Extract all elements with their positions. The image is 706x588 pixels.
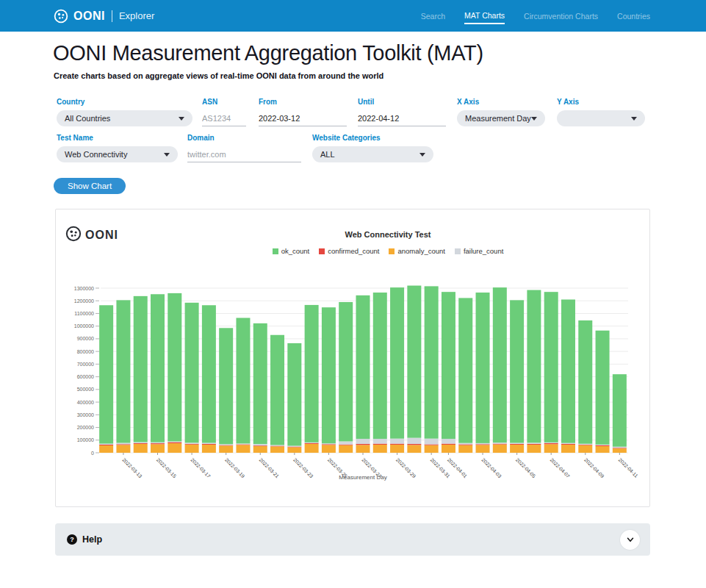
segment-ok_count[interactable] <box>373 293 387 439</box>
segment-anomaly_count[interactable] <box>253 446 267 453</box>
segment-confirmed_count[interactable] <box>151 443 165 444</box>
segment-anomaly_count[interactable] <box>373 445 387 453</box>
bar-2022-03-26[interactable] <box>339 302 353 453</box>
segment-confirmed_count[interactable] <box>134 443 148 444</box>
segment-anomaly_count[interactable] <box>578 445 592 453</box>
bar-2022-03-14[interactable] <box>134 296 148 453</box>
bar-2022-03-15[interactable] <box>151 294 165 453</box>
segment-confirmed_count[interactable] <box>253 445 267 446</box>
bar-2022-03-22[interactable] <box>270 335 284 453</box>
bar-2022-03-12[interactable] <box>99 305 113 453</box>
segment-anomaly_count[interactable] <box>613 448 627 453</box>
segment-failure_count[interactable] <box>185 442 199 443</box>
segment-confirmed_count[interactable] <box>270 446 284 447</box>
segment-failure_count[interactable] <box>544 442 558 443</box>
nav-mat-charts[interactable]: MAT Charts <box>464 7 505 24</box>
bar-2022-03-21[interactable] <box>253 323 267 453</box>
bar-2022-03-30[interactable] <box>407 286 421 453</box>
segment-failure_count[interactable] <box>390 439 404 444</box>
country-select[interactable]: All Countries <box>57 110 192 126</box>
segment-anomaly_count[interactable] <box>407 445 421 453</box>
segment-anomaly_count[interactable] <box>458 445 472 453</box>
from-date-input[interactable] <box>259 110 347 126</box>
segment-confirmed_count[interactable] <box>596 445 610 446</box>
legend-item-confirmed_count[interactable]: confirmed_count <box>319 247 379 255</box>
segment-ok_count[interactable] <box>442 292 455 439</box>
segment-failure_count[interactable] <box>339 441 353 444</box>
segment-failure_count[interactable] <box>527 442 541 443</box>
segment-failure_count[interactable] <box>287 446 301 447</box>
domain-input[interactable] <box>187 146 301 162</box>
segment-confirmed_count[interactable] <box>442 444 455 445</box>
segment-anomaly_count[interactable] <box>510 445 524 453</box>
segment-failure_count[interactable] <box>270 445 284 445</box>
segment-anomaly_count[interactable] <box>99 445 113 453</box>
segment-failure_count[interactable] <box>458 443 472 445</box>
bar-2022-03-19[interactable] <box>219 328 233 453</box>
bar-2022-04-01[interactable] <box>442 292 455 453</box>
segment-ok_count[interactable] <box>476 293 490 443</box>
segment-ok_count[interactable] <box>287 343 301 446</box>
segment-anomaly_count[interactable] <box>236 445 250 453</box>
segment-failure_count[interactable] <box>236 443 250 444</box>
bar-2022-03-23[interactable] <box>287 343 301 453</box>
bar-2022-04-02[interactable] <box>458 298 472 453</box>
legend-item-ok_count[interactable]: ok_count <box>273 247 310 255</box>
bar-2022-04-08[interactable] <box>561 300 575 453</box>
segment-ok_count[interactable] <box>168 293 181 442</box>
bar-2022-03-18[interactable] <box>202 305 216 453</box>
segment-ok_count[interactable] <box>613 374 627 447</box>
segment-failure_count[interactable] <box>219 444 233 445</box>
segment-failure_count[interactable] <box>134 442 148 443</box>
segment-ok_count[interactable] <box>116 300 130 442</box>
segment-confirmed_count[interactable] <box>356 444 370 445</box>
segment-anomaly_count[interactable] <box>544 444 558 453</box>
segment-ok_count[interactable] <box>185 303 199 443</box>
bar-2022-03-28[interactable] <box>373 293 387 453</box>
segment-ok_count[interactable] <box>253 323 267 444</box>
segment-confirmed_count[interactable] <box>202 444 216 445</box>
segment-anomaly_count[interactable] <box>168 443 181 453</box>
bar-2022-03-29[interactable] <box>390 287 404 453</box>
segment-anomaly_count[interactable] <box>270 446 284 453</box>
segment-anomaly_count[interactable] <box>493 445 507 453</box>
segment-confirmed_count[interactable] <box>476 444 490 445</box>
segment-failure_count[interactable] <box>356 439 370 444</box>
segment-confirmed_count[interactable] <box>544 443 558 444</box>
test-name-select[interactable]: Web Connectivity <box>57 146 178 162</box>
segment-confirmed_count[interactable] <box>458 444 472 445</box>
website-categories-select[interactable]: ALL <box>312 146 433 162</box>
segment-failure_count[interactable] <box>561 443 575 444</box>
segment-ok_count[interactable] <box>339 302 353 442</box>
legend-item-failure_count[interactable]: failure_count <box>455 247 503 255</box>
bar-2022-03-16[interactable] <box>168 293 181 453</box>
segment-confirmed_count[interactable] <box>493 444 507 445</box>
segment-failure_count[interactable] <box>202 443 216 444</box>
nav-search[interactable]: Search <box>421 8 445 24</box>
stacked-bar-chart[interactable]: 0100000200000300000400000500000600000700… <box>56 276 649 496</box>
segment-ok_count[interactable] <box>236 318 250 443</box>
segment-anomaly_count[interactable] <box>305 444 319 453</box>
bar-2022-04-10[interactable] <box>596 331 610 453</box>
segment-anomaly_count[interactable] <box>476 445 490 453</box>
segment-failure_count[interactable] <box>151 442 165 443</box>
segment-confirmed_count[interactable] <box>425 444 439 445</box>
segment-ok_count[interactable] <box>527 290 541 443</box>
segment-anomaly_count[interactable] <box>151 444 165 453</box>
segment-confirmed_count[interactable] <box>236 444 250 445</box>
asn-input[interactable] <box>202 110 246 126</box>
legend-item-anomaly_count[interactable]: anomaly_count <box>389 247 444 255</box>
segment-confirmed_count[interactable] <box>390 444 404 445</box>
nav-circumvention-charts[interactable]: Circumvention Charts <box>524 8 598 24</box>
segment-failure_count[interactable] <box>442 439 455 444</box>
bar-2022-04-11[interactable] <box>613 374 627 453</box>
bar-2022-04-09[interactable] <box>578 320 592 453</box>
segment-failure_count[interactable] <box>578 444 592 445</box>
segment-failure_count[interactable] <box>493 442 507 443</box>
segment-ok_count[interactable] <box>322 307 336 443</box>
bar-2022-03-17[interactable] <box>185 303 199 453</box>
segment-anomaly_count[interactable] <box>425 445 439 453</box>
segment-confirmed_count[interactable] <box>305 443 319 444</box>
segment-ok_count[interactable] <box>493 287 507 442</box>
segment-ok_count[interactable] <box>270 335 284 445</box>
